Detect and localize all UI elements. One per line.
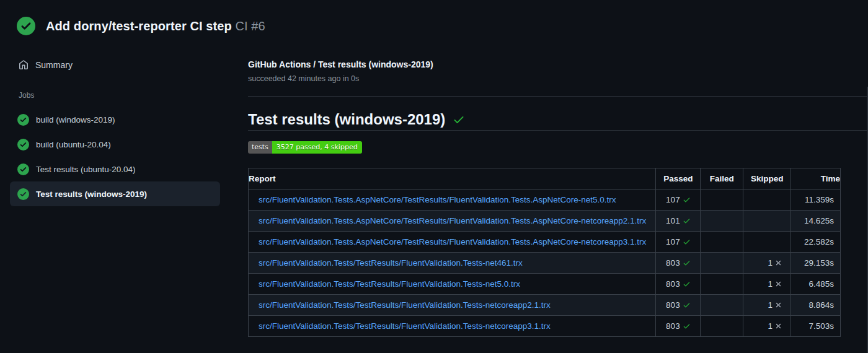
check-icon <box>683 322 691 330</box>
time-cell: 6.485s <box>791 274 841 295</box>
failed-cell <box>701 211 743 232</box>
sidebar-item-job[interactable]: Test results (ubuntu-20.04) <box>10 157 220 181</box>
section-heading-text: Test results (windows-2019) <box>248 111 445 128</box>
report-cell: src/FluentValidation.Tests/TestResults/F… <box>249 253 656 274</box>
home-icon <box>19 60 29 70</box>
report-link[interactable]: src/FluentValidation.Tests.AspNetCore/Te… <box>259 216 646 225</box>
report-cell: src/FluentValidation.Tests.AspNetCore/Te… <box>249 232 656 253</box>
job-label: Test results (ubuntu-20.04) <box>36 165 136 174</box>
table-row: src/FluentValidation.Tests/TestResults/F… <box>249 295 841 316</box>
time-cell: 8.864s <box>791 295 841 316</box>
run-header: Add dorny/test-reporter CI step CI #6 <box>17 17 265 35</box>
passed-count: 101 <box>666 216 680 225</box>
badge-value: 3527 passed, 4 skipped <box>272 141 362 154</box>
test-results-table: Report Passed Failed Skipped Time src/Fl… <box>248 168 841 337</box>
jobs-list: build (windows-2019)build (ubuntu-20.04)… <box>10 107 220 206</box>
job-title: GitHub Actions / Test results (windows-2… <box>248 59 433 69</box>
time-cell: 29.153s <box>791 253 841 274</box>
table-row: src/FluentValidation.Tests/TestResults/F… <box>249 253 841 274</box>
passed-count: 803 <box>666 279 680 289</box>
passed-cell: 107 <box>656 232 701 253</box>
report-link[interactable]: src/FluentValidation.Tests/TestResults/F… <box>259 300 551 310</box>
sidebar-item-summary[interactable]: Summary <box>10 54 220 76</box>
table-row: src/FluentValidation.Tests/TestResults/F… <box>249 316 841 337</box>
skipped-cell <box>743 211 791 232</box>
divider <box>248 130 868 131</box>
jobs-heading: Jobs <box>19 91 248 100</box>
run-title: Add dorny/test-reporter CI step CI #6 <box>46 19 265 33</box>
passed-cell: 107 <box>656 190 701 211</box>
x-icon <box>774 322 782 330</box>
skipped-cell: 1 <box>743 295 791 316</box>
sidebar: Summary Jobs build (windows-2019)build (… <box>0 53 248 206</box>
check-icon <box>683 259 691 267</box>
table-row: src/FluentValidation.Tests.AspNetCore/Te… <box>249 190 841 211</box>
failed-cell <box>701 232 743 253</box>
report-link[interactable]: src/FluentValidation.Tests/TestResults/F… <box>259 279 520 289</box>
section-heading: Test results (windows-2019) <box>248 111 465 128</box>
passed-cell: 803 <box>656 295 701 316</box>
table-row: src/FluentValidation.Tests.AspNetCore/Te… <box>249 232 841 253</box>
passed-count: 107 <box>666 195 680 204</box>
sidebar-item-job[interactable]: build (windows-2019) <box>10 107 220 132</box>
report-link[interactable]: src/FluentValidation.Tests/TestResults/F… <box>259 258 523 268</box>
check-icon <box>683 196 691 204</box>
check-icon <box>453 113 465 126</box>
tests-badge: tests 3527 passed, 4 skipped <box>248 141 362 154</box>
time-cell: 11.359s <box>791 190 841 211</box>
table-header-row: Report Passed Failed Skipped Time <box>249 168 841 190</box>
job-label: build (windows-2019) <box>36 115 115 124</box>
x-icon <box>774 301 782 309</box>
passed-count: 803 <box>666 300 680 310</box>
failed-cell <box>701 274 743 295</box>
check-icon <box>683 280 691 288</box>
check-icon <box>683 238 691 246</box>
skipped-count: 1 <box>768 300 773 310</box>
report-cell: src/FluentValidation.Tests/TestResults/F… <box>249 295 656 316</box>
run-success-icon <box>17 17 35 35</box>
summary-label: Summary <box>35 60 73 70</box>
report-cell: src/FluentValidation.Tests/TestResults/F… <box>249 274 656 295</box>
passed-count: 803 <box>666 258 680 268</box>
sidebar-item-job[interactable]: build (ubuntu-20.04) <box>10 132 220 157</box>
passed-cell: 803 <box>656 253 701 274</box>
report-link[interactable]: src/FluentValidation.Tests.AspNetCore/Te… <box>259 195 616 204</box>
skipped-count: 1 <box>768 258 773 268</box>
failed-cell <box>701 295 743 316</box>
check-circle-icon <box>17 163 29 175</box>
passed-count: 803 <box>666 321 680 331</box>
x-icon <box>774 280 782 288</box>
failed-cell <box>701 253 743 274</box>
skipped-cell: 1 <box>743 316 791 337</box>
report-cell: src/FluentValidation.Tests/TestResults/F… <box>249 316 656 337</box>
skipped-cell <box>743 232 791 253</box>
skipped-cell: 1 <box>743 253 791 274</box>
table-row: src/FluentValidation.Tests.AspNetCore/Te… <box>249 211 841 232</box>
passed-count: 107 <box>666 237 680 246</box>
passed-cell: 803 <box>656 316 701 337</box>
skipped-cell <box>743 190 791 211</box>
column-header-skipped: Skipped <box>743 168 791 190</box>
failed-cell <box>701 190 743 211</box>
passed-cell: 803 <box>656 274 701 295</box>
check-icon <box>683 217 691 225</box>
check-circle-icon <box>17 114 29 126</box>
column-header-passed: Passed <box>656 168 701 190</box>
check-icon <box>683 301 691 309</box>
job-label: Test results (windows-2019) <box>36 190 147 199</box>
job-status-text: succeeded 42 minutes ago in 0s <box>248 74 359 83</box>
main-content: GitHub Actions / Test results (windows-2… <box>248 53 868 353</box>
failed-cell <box>701 316 743 337</box>
report-cell: src/FluentValidation.Tests.AspNetCore/Te… <box>249 211 656 232</box>
skipped-count: 1 <box>768 321 773 331</box>
check-circle-icon <box>17 188 29 200</box>
x-icon <box>774 259 782 267</box>
sidebar-item-job[interactable]: Test results (windows-2019) <box>10 181 220 206</box>
job-label: build (ubuntu-20.04) <box>36 140 111 149</box>
skipped-count: 1 <box>768 279 773 289</box>
report-link[interactable]: src/FluentValidation.Tests/TestResults/F… <box>259 321 551 331</box>
divider <box>248 96 868 97</box>
skipped-cell: 1 <box>743 274 791 295</box>
report-link[interactable]: src/FluentValidation.Tests.AspNetCore/Te… <box>259 237 646 246</box>
report-cell: src/FluentValidation.Tests.AspNetCore/Te… <box>249 190 656 211</box>
